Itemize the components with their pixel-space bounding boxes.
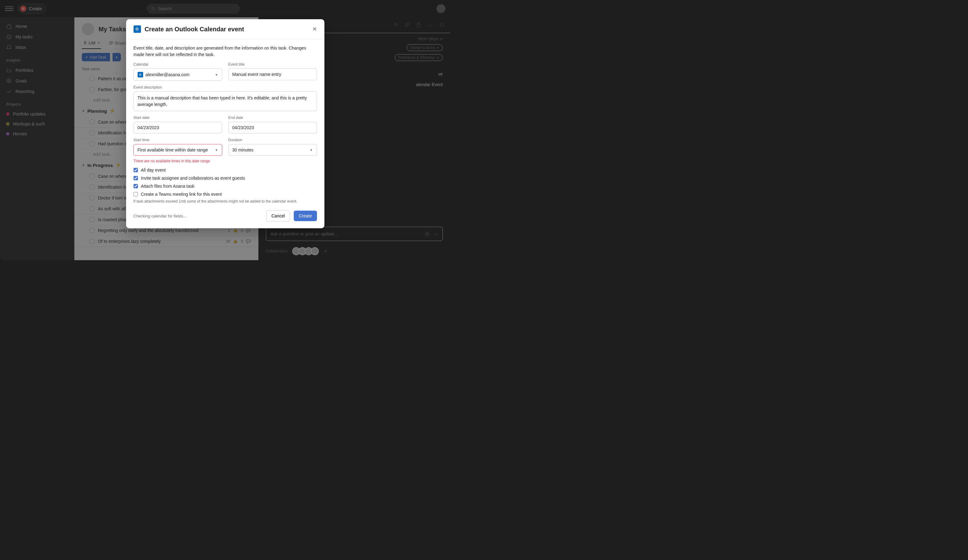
duration-select[interactable]: 30 minutes ▼ — [229, 144, 317, 156]
end-date-label: End date — [229, 116, 317, 120]
calendar-select[interactable]: Oalexmiller@asana.com ▼ — [134, 68, 222, 81]
outlook-icon: O — [138, 72, 143, 78]
all-day-checkbox[interactable]: All day event — [134, 167, 317, 172]
invite-guests-checkbox[interactable]: Invite task assignee and collaborators a… — [134, 176, 317, 181]
end-date-input[interactable] — [229, 122, 317, 134]
event-title-input[interactable] — [229, 68, 317, 80]
chevron-down-icon: ▼ — [310, 148, 313, 152]
modal-helper-text: Event title, date, and description are g… — [134, 45, 317, 58]
attach-files-checkbox[interactable]: Attach files from Asana task — [134, 184, 317, 189]
start-time-error: There are no available times in this dat… — [134, 159, 222, 163]
outlook-icon: O — [134, 25, 141, 33]
cancel-button[interactable]: Cancel — [266, 210, 290, 222]
duration-label: Duration — [229, 138, 317, 142]
chevron-down-icon: ▼ — [215, 73, 218, 76]
modal-title: Create an Outlook Calendar event — [145, 26, 244, 33]
start-time-select[interactable]: First available time within date range ▼ — [134, 144, 222, 156]
create-outlook-event-modal: O Create an Outlook Calendar event ✕ Eve… — [126, 19, 325, 228]
event-title-label: Event title — [229, 62, 317, 66]
close-icon[interactable]: ✕ — [312, 26, 317, 33]
event-description-input[interactable]: This is a manual description that has be… — [134, 91, 317, 111]
chevron-down-icon: ▼ — [215, 148, 218, 152]
start-date-input[interactable] — [134, 122, 222, 134]
teams-link-checkbox[interactable]: Create a Teams meeting link for this eve… — [134, 192, 317, 197]
attachment-note: If task attachments exceed 1mb some of t… — [134, 199, 317, 204]
checkbox-label: Attach files from Asana task — [141, 184, 195, 189]
checkbox-label: Invite task assignee and collaborators a… — [141, 176, 245, 181]
start-date-label: Start date — [134, 116, 222, 120]
start-time-label: Start time — [134, 138, 222, 142]
duration-value: 30 minutes — [232, 147, 254, 152]
modal-status-text: Checking calendar for fields... — [134, 214, 187, 219]
calendar-label: Calendar — [134, 62, 222, 66]
checkbox-label: Create a Teams meeting link for this eve… — [141, 192, 222, 197]
checkbox-label: All day event — [141, 167, 166, 172]
start-time-value: First available time within date range — [138, 147, 208, 152]
event-description-label: Event description — [134, 85, 317, 89]
create-button[interactable]: Create — [294, 210, 317, 221]
calendar-value: alexmiller@asana.com — [146, 72, 190, 77]
modal-overlay: O Create an Outlook Calendar event ✕ Eve… — [0, 0, 450, 260]
